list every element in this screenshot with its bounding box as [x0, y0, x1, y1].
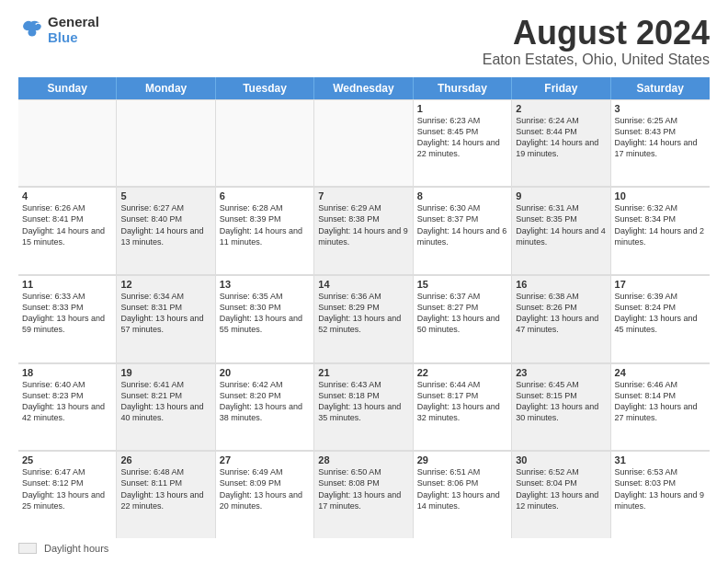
day-cell-29: 29Sunrise: 6:51 AM Sunset: 8:06 PM Dayli…	[414, 451, 512, 538]
day-cell-27: 27Sunrise: 6:49 AM Sunset: 8:09 PM Dayli…	[216, 451, 314, 538]
day-cell-26: 26Sunrise: 6:48 AM Sunset: 8:11 PM Dayli…	[117, 451, 215, 538]
day-number: 17	[615, 279, 706, 290]
day-number: 13	[220, 279, 310, 290]
main-title: August 2024	[483, 15, 710, 52]
logo-bird-icon	[18, 17, 44, 43]
day-info: Sunrise: 6:34 AM Sunset: 8:31 PM Dayligh…	[120, 292, 203, 334]
week-row-3: 11Sunrise: 6:33 AM Sunset: 8:33 PM Dayli…	[18, 275, 710, 363]
day-info: Sunrise: 6:46 AM Sunset: 8:14 PM Dayligh…	[615, 380, 698, 422]
day-info: Sunrise: 6:49 AM Sunset: 8:09 PM Dayligh…	[220, 467, 302, 510]
day-cell-10: 10Sunrise: 6:32 AM Sunset: 8:34 PM Dayli…	[611, 187, 710, 274]
day-number: 26	[120, 454, 210, 465]
day-cell-12: 12Sunrise: 6:34 AM Sunset: 8:31 PM Dayli…	[117, 275, 215, 362]
week-row-5: 25Sunrise: 6:47 AM Sunset: 8:12 PM Dayli…	[18, 451, 710, 538]
day-header-sunday: Sunday	[18, 77, 117, 99]
day-info: Sunrise: 6:53 AM Sunset: 8:03 PM Dayligh…	[615, 467, 705, 510]
day-info: Sunrise: 6:38 AM Sunset: 8:26 PM Dayligh…	[516, 292, 598, 334]
empty-cell	[216, 99, 314, 187]
day-info: Sunrise: 6:50 AM Sunset: 8:08 PM Dayligh…	[318, 467, 401, 510]
day-number: 10	[615, 190, 706, 201]
day-number: 6	[220, 190, 310, 201]
day-number: 19	[120, 367, 210, 378]
day-info: Sunrise: 6:26 AM Sunset: 8:41 PM Dayligh…	[22, 203, 105, 246]
day-info: Sunrise: 6:36 AM Sunset: 8:29 PM Dayligh…	[318, 292, 401, 334]
logo-general: General	[48, 15, 99, 30]
day-info: Sunrise: 6:39 AM Sunset: 8:24 PM Dayligh…	[615, 292, 698, 334]
week-row-2: 4Sunrise: 6:26 AM Sunset: 8:41 PM Daylig…	[18, 187, 710, 275]
day-cell-4: 4Sunrise: 6:26 AM Sunset: 8:41 PM Daylig…	[18, 187, 117, 274]
day-header-saturday: Saturday	[611, 77, 710, 99]
day-info: Sunrise: 6:31 AM Sunset: 8:35 PM Dayligh…	[516, 203, 606, 246]
empty-cell	[117, 99, 215, 187]
empty-cell	[314, 99, 413, 187]
week-row-1: 1Sunrise: 6:23 AM Sunset: 8:45 PM Daylig…	[18, 99, 710, 188]
day-cell-6: 6Sunrise: 6:28 AM Sunset: 8:39 PM Daylig…	[216, 187, 314, 274]
week-row-4: 18Sunrise: 6:40 AM Sunset: 8:23 PM Dayli…	[18, 363, 710, 452]
day-cell-18: 18Sunrise: 6:40 AM Sunset: 8:23 PM Dayli…	[18, 363, 117, 451]
day-number: 5	[120, 190, 210, 201]
day-info: Sunrise: 6:27 AM Sunset: 8:40 PM Dayligh…	[120, 203, 203, 246]
day-cell-3: 3Sunrise: 6:25 AM Sunset: 8:43 PM Daylig…	[611, 99, 710, 187]
day-cell-31: 31Sunrise: 6:53 AM Sunset: 8:03 PM Dayli…	[611, 451, 710, 538]
day-info: Sunrise: 6:32 AM Sunset: 8:34 PM Dayligh…	[615, 203, 705, 246]
day-number: 29	[417, 454, 507, 465]
footer: Daylight hours	[18, 538, 710, 554]
day-number: 27	[220, 454, 310, 465]
day-number: 11	[22, 279, 112, 290]
day-number: 20	[220, 367, 310, 378]
day-info: Sunrise: 6:40 AM Sunset: 8:23 PM Dayligh…	[22, 380, 105, 422]
day-info: Sunrise: 6:43 AM Sunset: 8:18 PM Dayligh…	[318, 380, 401, 422]
day-info: Sunrise: 6:33 AM Sunset: 8:33 PM Dayligh…	[22, 292, 105, 334]
logo-text: General Blue	[48, 15, 99, 45]
day-cell-19: 19Sunrise: 6:41 AM Sunset: 8:21 PM Dayli…	[117, 363, 215, 451]
day-number: 1	[417, 103, 507, 114]
page: General Blue August 2024 Eaton Estates, …	[0, 0, 728, 563]
day-number: 2	[516, 103, 606, 114]
day-info: Sunrise: 6:24 AM Sunset: 8:44 PM Dayligh…	[516, 116, 598, 158]
day-number: 4	[22, 190, 112, 201]
day-cell-20: 20Sunrise: 6:42 AM Sunset: 8:20 PM Dayli…	[216, 363, 314, 451]
logo: General Blue	[18, 15, 99, 45]
day-header-tuesday: Tuesday	[216, 77, 314, 99]
calendar: SundayMondayTuesdayWednesdayThursdayFrid…	[18, 77, 710, 538]
day-cell-5: 5Sunrise: 6:27 AM Sunset: 8:40 PM Daylig…	[117, 187, 215, 274]
day-info: Sunrise: 6:47 AM Sunset: 8:12 PM Dayligh…	[22, 467, 105, 510]
day-header-monday: Monday	[117, 77, 215, 99]
day-number: 23	[516, 367, 606, 378]
day-cell-17: 17Sunrise: 6:39 AM Sunset: 8:24 PM Dayli…	[611, 275, 710, 362]
day-number: 18	[22, 367, 112, 378]
day-info: Sunrise: 6:41 AM Sunset: 8:21 PM Dayligh…	[120, 380, 203, 422]
day-number: 3	[615, 103, 706, 114]
day-number: 30	[516, 454, 606, 465]
day-cell-14: 14Sunrise: 6:36 AM Sunset: 8:29 PM Dayli…	[314, 275, 413, 362]
logo-blue: Blue	[48, 30, 99, 46]
day-number: 9	[516, 190, 606, 201]
legend-label: Daylight hours	[44, 543, 108, 554]
day-info: Sunrise: 6:48 AM Sunset: 8:11 PM Dayligh…	[120, 467, 203, 510]
day-cell-13: 13Sunrise: 6:35 AM Sunset: 8:30 PM Dayli…	[216, 275, 314, 362]
day-info: Sunrise: 6:42 AM Sunset: 8:20 PM Dayligh…	[220, 380, 302, 422]
day-cell-9: 9Sunrise: 6:31 AM Sunset: 8:35 PM Daylig…	[512, 187, 610, 274]
day-cell-30: 30Sunrise: 6:52 AM Sunset: 8:04 PM Dayli…	[512, 451, 610, 538]
day-number: 15	[417, 279, 507, 290]
day-header-wednesday: Wednesday	[314, 77, 413, 99]
day-header-thursday: Thursday	[414, 77, 512, 99]
day-info: Sunrise: 6:51 AM Sunset: 8:06 PM Dayligh…	[417, 467, 500, 510]
day-number: 24	[615, 367, 706, 378]
day-cell-28: 28Sunrise: 6:50 AM Sunset: 8:08 PM Dayli…	[314, 451, 413, 538]
day-number: 28	[318, 454, 408, 465]
day-cell-2: 2Sunrise: 6:24 AM Sunset: 8:44 PM Daylig…	[512, 99, 610, 187]
day-info: Sunrise: 6:23 AM Sunset: 8:45 PM Dayligh…	[417, 116, 500, 158]
day-number: 7	[318, 190, 408, 201]
calendar-body: 1Sunrise: 6:23 AM Sunset: 8:45 PM Daylig…	[18, 99, 710, 538]
day-cell-16: 16Sunrise: 6:38 AM Sunset: 8:26 PM Dayli…	[512, 275, 610, 362]
day-cell-11: 11Sunrise: 6:33 AM Sunset: 8:33 PM Dayli…	[18, 275, 117, 362]
day-number: 21	[318, 367, 408, 378]
legend-box	[18, 543, 37, 554]
day-info: Sunrise: 6:45 AM Sunset: 8:15 PM Dayligh…	[516, 380, 598, 422]
day-info: Sunrise: 6:37 AM Sunset: 8:27 PM Dayligh…	[417, 292, 500, 334]
day-info: Sunrise: 6:25 AM Sunset: 8:43 PM Dayligh…	[615, 116, 698, 158]
day-cell-24: 24Sunrise: 6:46 AM Sunset: 8:14 PM Dayli…	[611, 363, 710, 451]
day-number: 8	[417, 190, 507, 201]
day-number: 14	[318, 279, 408, 290]
